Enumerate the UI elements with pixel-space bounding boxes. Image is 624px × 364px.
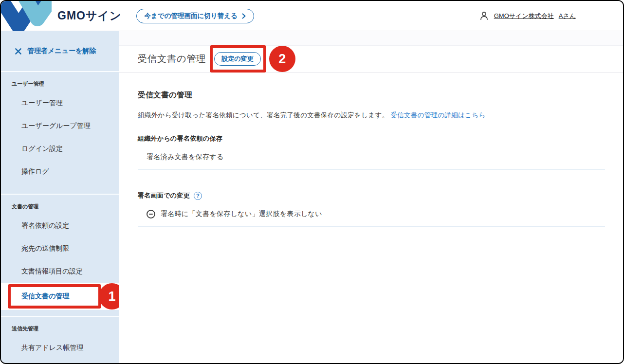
close-admin-menu[interactable]: 管理者メニューを解除	[1, 31, 119, 72]
logo-text: GMOサイン	[57, 8, 122, 23]
main-panel: 受信文書の管理 設定の変更 2 受信文書の管理 組織外から受け取った署名依頼につ…	[119, 31, 623, 363]
switch-admin-view-button[interactable]: 今までの管理画面に切り替える	[136, 9, 254, 23]
sidebar-item-label: 受信文書の管理	[21, 292, 69, 301]
minus-circle-icon	[147, 210, 155, 218]
app-window: GMOサイン 今までの管理画面に切り替える GMOサイン株式会社 Aさん 管	[0, 0, 624, 364]
field-label-signing-screen-change: 署名画面での変更 ?	[138, 191, 605, 200]
sidebar-section-label: 文書の管理	[12, 201, 119, 211]
close-icon	[15, 48, 22, 55]
annotation-step-2-badge: 2	[269, 46, 295, 72]
account-company-link[interactable]: GMOサイン株式会社	[494, 12, 554, 20]
sidebar-item-user-group-management[interactable]: ユーザーグループ管理	[1, 114, 119, 137]
description-body: 組織外から受け取った署名依頼について、署名完了後の文書保存の設定をします。	[138, 111, 388, 119]
sidebar-section-user-management: ユーザー管理 ユーザー管理 ユーザーグループ管理 ログイン設定 操作ログ	[1, 79, 119, 195]
sidebar-section-destination-management: 送信先管理 共有アドレス帳管理	[1, 324, 119, 359]
body-row: 管理者メニューを解除 ユーザー管理 ユーザー管理 ユーザーグループ管理 ログイン…	[1, 31, 623, 363]
field-value-signing-screen-change: 署名時に「文書を保存しない」選択肢を表示しない	[138, 210, 605, 227]
sidebar-section-document-management: 文書の管理 署名依頼の設定 宛先の送信制限 文書情報項目の設定 受信文書の管理 …	[1, 201, 119, 317]
field-label-external-signature-save: 組織外からの署名依頼の保存	[138, 134, 605, 143]
details-link[interactable]: 受信文書の管理の詳細はこちら	[390, 111, 485, 119]
main-top-strip	[119, 31, 623, 46]
global-header: GMOサイン 今までの管理画面に切り替える GMOサイン株式会社 Aさん	[1, 1, 623, 31]
sidebar-item-received-documents[interactable]: 受信文書の管理 1	[1, 283, 119, 310]
sidebar-nav: ユーザー管理 ユーザー管理 ユーザーグループ管理 ログイン設定 操作ログ 文書の…	[1, 72, 119, 359]
chevron-right-icon	[242, 13, 246, 19]
sidebar-section-label: ユーザー管理	[12, 79, 119, 89]
help-icon[interactable]: ?	[194, 192, 202, 200]
switch-admin-view-label: 今までの管理画面に切り替える	[145, 12, 238, 20]
sidebar-item-recipient-sending-restrictions[interactable]: 宛先の送信制限	[1, 237, 119, 260]
user-icon	[479, 11, 489, 21]
sidebar-item-operation-log[interactable]: 操作ログ	[1, 160, 119, 183]
sidebar-item-document-info-settings[interactable]: 文書情報項目の設定	[1, 260, 119, 283]
gmo-sign-logo-icon	[1, 1, 52, 31]
field-value-text: 署名時に「文書を保存しない」選択肢を表示しない	[161, 210, 322, 218]
change-settings-wrap: 設定の変更 2	[214, 52, 260, 66]
change-settings-button[interactable]: 設定の変更	[214, 52, 260, 66]
sidebar-section-label: 送信先管理	[12, 324, 119, 333]
account-area: GMOサイン株式会社 Aさん	[479, 11, 576, 21]
admin-sidebar: 管理者メニューを解除 ユーザー管理 ユーザー管理 ユーザーグループ管理 ログイン…	[1, 31, 119, 363]
sidebar-item-login-settings[interactable]: ログイン設定	[1, 137, 119, 160]
settings-content: 受信文書の管理 組織外から受け取った署名依頼について、署名完了後の文書保存の設定…	[119, 73, 623, 227]
close-admin-menu-label: 管理者メニューを解除	[27, 47, 96, 55]
description-text: 組織外から受け取った署名依頼について、署名完了後の文書保存の設定をします。受信文…	[138, 111, 605, 120]
field-value-text: 署名済み文書を保存する	[147, 153, 224, 162]
annotation-step-1-badge: 1	[99, 283, 119, 309]
sidebar-item-signature-request-settings[interactable]: 署名依頼の設定	[1, 214, 119, 237]
field-label-text: 署名画面での変更	[138, 191, 190, 200]
account-user-link[interactable]: Aさん	[559, 12, 576, 20]
sidebar-item-shared-address-book[interactable]: 共有アドレス帳管理	[1, 336, 119, 359]
sidebar-item-user-management[interactable]: ユーザー管理	[1, 91, 119, 114]
field-value-external-signature-save: 署名済み文書を保存する	[138, 153, 605, 170]
section-heading: 受信文書の管理	[138, 90, 605, 100]
logo: GMOサイン	[1, 1, 122, 31]
page-title-row: 受信文書の管理 設定の変更 2	[119, 46, 623, 73]
page-title: 受信文書の管理	[138, 53, 206, 65]
